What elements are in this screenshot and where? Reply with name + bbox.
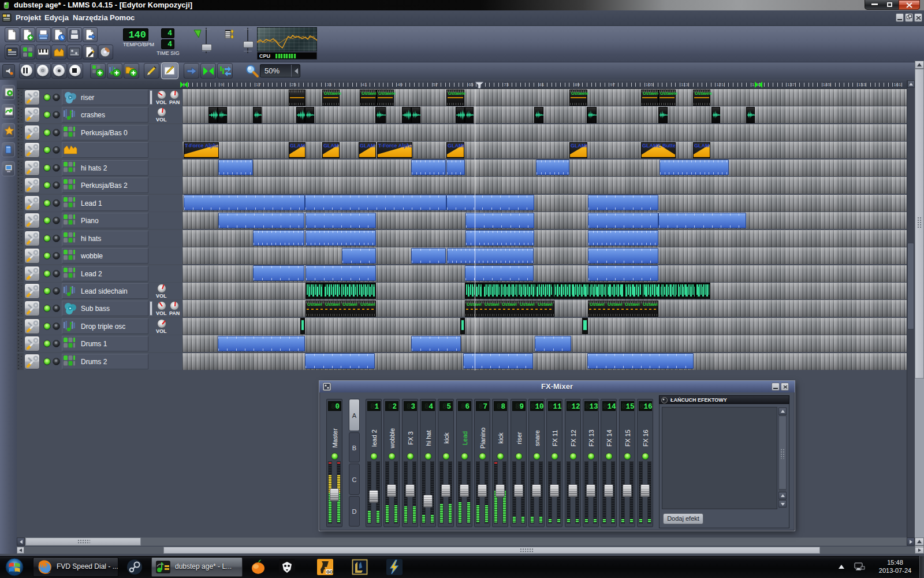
svg-text:GO: GO — [326, 569, 333, 575]
